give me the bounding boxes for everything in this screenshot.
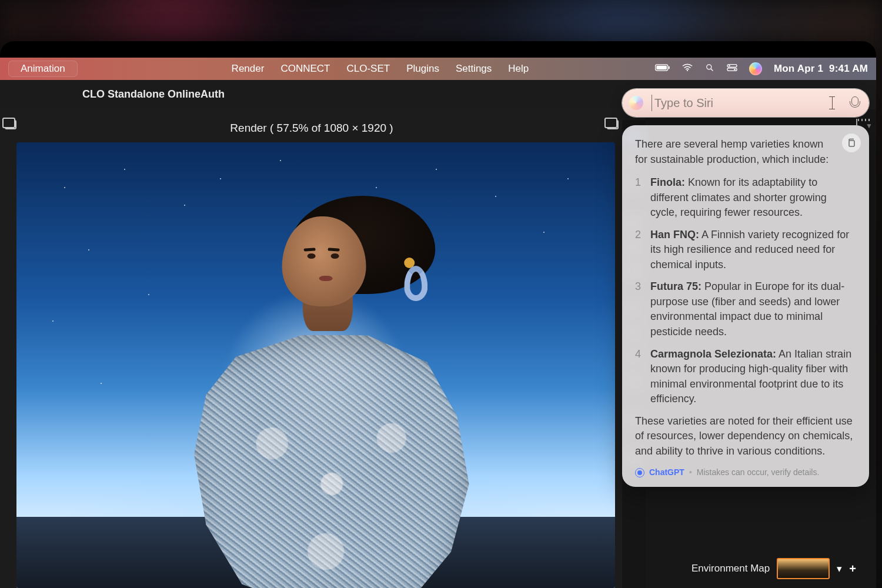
siri-response-card: There are several hemp varieties known f… [622, 125, 869, 487]
svg-point-9 [734, 69, 736, 71]
laptop-bezel: Animation Render CONNECT CLO-SET Plugins… [0, 41, 876, 588]
siri-overlay: Type to Siri ▼ There are several hemp va… [622, 89, 869, 487]
copy-button[interactable] [842, 133, 861, 152]
spotlight-icon[interactable] [704, 63, 715, 75]
siri-icon[interactable] [749, 62, 762, 75]
menu-connect[interactable]: CONNECT [280, 63, 330, 75]
list-item: 4Carmagnola Selezionata: An Italian stra… [635, 347, 856, 407]
macos-menubar: Animation Render CONNECT CLO-SET Plugins… [0, 58, 876, 80]
render-canvas[interactable] [16, 142, 615, 588]
disclaimer-text: Mistakes can occur, verify details. [697, 467, 820, 479]
siri-input[interactable]: Type to Siri [622, 89, 869, 117]
window-title: CLO Standalone OnlineAuth [82, 88, 225, 101]
menu-render[interactable]: Render [232, 63, 265, 75]
list-item: 2Han FNQ: A Finnish variety recognized f… [635, 228, 856, 273]
menu-settings[interactable]: Settings [456, 63, 492, 75]
wifi-icon[interactable] [682, 63, 693, 75]
battery-icon[interactable] [655, 63, 670, 75]
menu-help[interactable]: Help [508, 63, 529, 75]
avatar-figure [136, 196, 520, 588]
text-cursor-icon [828, 96, 836, 109]
list-item: 3Futura 75: Popular in Europe for its du… [635, 279, 856, 339]
menu-plugins[interactable]: Plugins [406, 63, 439, 75]
menubar-date[interactable]: Mon Apr 1 9:41 AM [774, 63, 868, 75]
viewport-label: Render ( 57.5% of 1080 × 1920 ) [0, 120, 623, 136]
environment-map-label: Environment Map [691, 563, 770, 574]
screen: Animation Render CONNECT CLO-SET Plugins… [0, 58, 876, 588]
menubar-date-text: Mon Apr 1 [774, 63, 823, 74]
svg-point-3 [687, 70, 688, 71]
list-item: 1Finola: Known for its adaptability to d… [635, 175, 856, 220]
menubar-status: Mon Apr 1 9:41 AM [655, 62, 868, 75]
provider-name[interactable]: ChatGPT [649, 467, 684, 479]
siri-list: 1Finola: Known for its adaptability to d… [635, 175, 856, 407]
siri-intro: There are several hemp varieties known f… [635, 137, 856, 167]
microphone-icon[interactable] [849, 96, 860, 109]
siri-orb-icon [629, 96, 643, 110]
display-notch [376, 41, 500, 58]
provider-icon [635, 468, 644, 477]
popout-right-icon[interactable] [607, 120, 619, 129]
add-environment-button[interactable]: + [849, 562, 856, 576]
siri-placeholder: Type to Siri [654, 96, 713, 110]
environment-map-row: Environment Map ▾ + [691, 559, 870, 579]
svg-rect-33 [849, 141, 854, 146]
menubar-menus: Render CONNECT CLO-SET Plugins Settings … [232, 63, 529, 75]
menu-closet[interactable]: CLO-SET [346, 63, 390, 75]
chevron-down-icon[interactable]: ▾ [837, 563, 842, 575]
svg-point-7 [729, 65, 730, 67]
control-center-icon[interactable] [727, 63, 737, 75]
render-viewport: Render ( 57.5% of 1080 × 1920 ) [0, 109, 623, 588]
siri-outro: These varieties are noted for their effi… [635, 414, 856, 459]
svg-line-5 [711, 69, 713, 71]
text-caret [652, 95, 652, 112]
svg-point-4 [707, 65, 711, 69]
siri-footer: ChatGPT • Mistakes can occur, verify det… [635, 467, 856, 479]
environment-thumbnail[interactable] [777, 558, 830, 579]
chevron-down-icon[interactable]: ▼ [866, 122, 873, 130]
svg-rect-1 [656, 66, 667, 70]
menubar-time-text: 9:41 AM [829, 63, 868, 74]
menubar-app-tab[interactable]: Animation [8, 61, 78, 77]
svg-rect-2 [669, 66, 670, 69]
